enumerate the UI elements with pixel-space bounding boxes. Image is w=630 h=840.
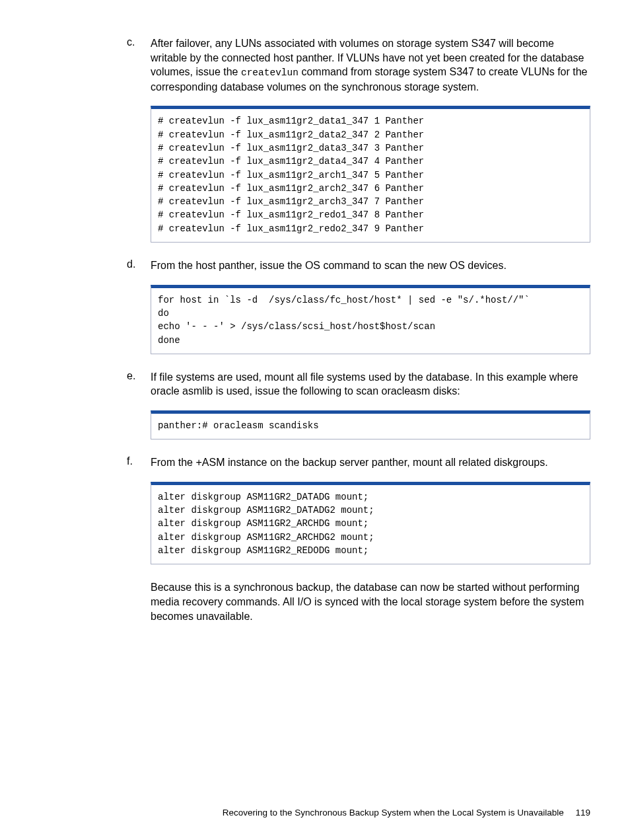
step-e: e. If file systems are used, mount all f… [40,370,590,399]
step-c-marker: c. [40,36,151,94]
step-f-text-before: From the +ASM instance on the backup ser… [151,457,548,468]
code-block-e: panther:# oracleasm scandisks [151,410,590,439]
footer-title: Recovering to the Synchronous Backup Sys… [223,808,564,818]
code-block-c: # createvlun -f lux_asm11gr2_data1_347 1… [151,106,590,243]
step-e-text-before: If file systems are used, mount all file… [151,371,578,397]
step-c-content: After failover, any LUNs associated with… [151,36,590,94]
step-f-trailing: Because this is a synchronous backup, th… [40,580,590,623]
step-f-trailing-spacer [40,580,151,623]
step-d-marker: d. [40,258,151,273]
step-f-marker: f. [40,455,151,470]
footer-page-number: 119 [575,808,590,818]
step-e-content: If file systems are used, mount all file… [151,370,590,399]
code-block-d: for host in `ls -d /sys/class/fc_host/ho… [151,285,590,354]
step-f-content: From the +ASM instance on the backup ser… [151,455,590,470]
step-d-content: From the host panther, issue the OS comm… [151,258,590,273]
page-footer: Recovering to the Synchronous Backup Sys… [223,808,590,818]
step-c-inline-code: createvlun [241,67,298,78]
step-f-trailing-text: Because this is a synchronous backup, th… [151,580,590,623]
step-d-text-before: From the host panther, issue the OS comm… [151,260,507,271]
page: c. After failover, any LUNs associated w… [0,0,630,840]
step-d: d. From the host panther, issue the OS c… [40,258,590,273]
step-c: c. After failover, any LUNs associated w… [40,36,590,94]
step-e-marker: e. [40,370,151,399]
code-block-f: alter diskgroup ASM11GR2_DATADG mount; a… [151,482,590,564]
step-f: f. From the +ASM instance on the backup … [40,455,590,470]
